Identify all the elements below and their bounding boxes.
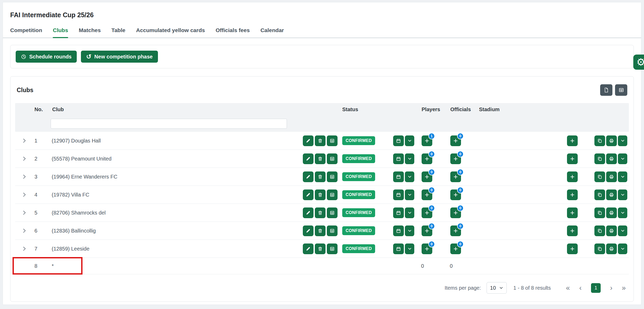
pagination-last-icon[interactable]: »: [622, 284, 626, 292]
copy-club-button[interactable]: [594, 153, 605, 164]
copy-club-button[interactable]: [594, 207, 605, 218]
expand-row-button[interactable]: [21, 209, 28, 216]
plus-icon: [453, 210, 458, 215]
table-row: 7 (12859) Leeside: [15, 240, 629, 258]
edit-club-button[interactable]: [303, 135, 314, 146]
copy-club-button[interactable]: [594, 135, 605, 146]
copy-club-button[interactable]: [594, 225, 605, 236]
add-stadium-button[interactable]: [567, 225, 578, 236]
status-dropdown-button[interactable]: [405, 171, 414, 182]
club-table-button[interactable]: [327, 189, 338, 200]
clubs-card-title: Clubs: [17, 87, 33, 94]
schedule-club-button[interactable]: [393, 243, 404, 254]
schedule-club-button[interactable]: [393, 225, 404, 236]
expand-row-button[interactable]: [21, 173, 28, 180]
club-filter-input[interactable]: [51, 119, 287, 129]
schedule-club-button[interactable]: [393, 171, 404, 182]
delete-club-button[interactable]: [315, 225, 326, 236]
expand-row-button[interactable]: [21, 155, 28, 162]
edit-club-button[interactable]: [303, 189, 314, 200]
chevron-right-icon: [22, 228, 27, 233]
schedule-club-button[interactable]: [393, 207, 404, 218]
delete-club-button[interactable]: [315, 153, 326, 164]
add-stadium-button[interactable]: [567, 153, 578, 164]
pagination-first-icon[interactable]: «: [566, 284, 570, 292]
club-table-button[interactable]: [327, 135, 338, 146]
calendar-icon: [396, 210, 401, 215]
status-dropdown-button[interactable]: [405, 243, 414, 254]
expand-row-button[interactable]: [21, 137, 28, 144]
print-club-button[interactable]: [606, 135, 617, 146]
items-per-page-select[interactable]: 10: [487, 282, 506, 294]
expand-row-button[interactable]: [21, 227, 28, 234]
pagination-page-1[interactable]: 1: [591, 283, 601, 293]
pagination-prev-icon[interactable]: ‹: [579, 284, 582, 292]
club-table-button[interactable]: [327, 171, 338, 182]
status-dropdown-button[interactable]: [405, 153, 414, 164]
tab-accumulated-yellow-cards[interactable]: Accumulated yellow cards: [136, 27, 205, 38]
add-stadium-button[interactable]: [567, 243, 578, 254]
copy-club-button[interactable]: [594, 171, 605, 182]
officials-count-badge: 0: [457, 169, 464, 175]
club-table-button[interactable]: [327, 243, 338, 254]
status-dropdown-button[interactable]: [405, 207, 414, 218]
table-row: 5 (82706) Shamrocks del: [15, 204, 629, 222]
edit-club-button[interactable]: [303, 153, 314, 164]
print-dropdown-button[interactable]: [618, 225, 627, 236]
file-export-button[interactable]: [600, 84, 612, 96]
print-club-button[interactable]: [606, 153, 617, 164]
expand-row-button[interactable]: [21, 245, 28, 252]
schedule-club-button[interactable]: [393, 189, 404, 200]
settings-fab-button[interactable]: ⚙: [633, 55, 644, 70]
copy-club-button[interactable]: [594, 243, 605, 254]
delete-club-button[interactable]: [315, 189, 326, 200]
status-dropdown-button[interactable]: [405, 189, 414, 200]
club-table-button[interactable]: [327, 153, 338, 164]
copy-club-button[interactable]: [594, 189, 605, 200]
add-stadium-button[interactable]: [567, 171, 578, 182]
print-dropdown-button[interactable]: [618, 153, 627, 164]
print-dropdown-button[interactable]: [618, 243, 627, 254]
delete-club-button[interactable]: [315, 243, 326, 254]
add-stadium-button[interactable]: [567, 189, 578, 200]
print-dropdown-button[interactable]: [618, 135, 627, 146]
status-dropdown-button[interactable]: [405, 135, 414, 146]
schedule-club-button[interactable]: [393, 153, 404, 164]
print-dropdown-button[interactable]: [618, 207, 627, 218]
club-table-button[interactable]: [327, 207, 338, 218]
delete-club-button[interactable]: [315, 135, 326, 146]
print-club-button[interactable]: [606, 225, 617, 236]
add-stadium-button[interactable]: [567, 135, 578, 146]
print-dropdown-button[interactable]: [618, 171, 627, 182]
new-competition-phase-button[interactable]: ↺ New competition phase: [81, 51, 158, 63]
print-club-button[interactable]: [606, 189, 617, 200]
table-export-button[interactable]: [615, 84, 627, 96]
row-number: 5: [33, 210, 37, 216]
schedule-rounds-button[interactable]: Schedule rounds: [16, 51, 77, 63]
print-dropdown-button[interactable]: [618, 189, 627, 200]
tab-matches[interactable]: Matches: [79, 27, 101, 38]
club-table-button[interactable]: [327, 225, 338, 236]
delete-club-button[interactable]: [315, 207, 326, 218]
print-club-button[interactable]: [606, 207, 617, 218]
edit-club-button[interactable]: [303, 243, 314, 254]
edit-club-button[interactable]: [303, 225, 314, 236]
edit-club-button[interactable]: [303, 207, 314, 218]
row-number: 1: [33, 138, 37, 144]
print-club-button[interactable]: [606, 171, 617, 182]
pagination-next-icon[interactable]: ›: [610, 284, 612, 292]
row-number: 7: [33, 246, 37, 252]
edit-club-button[interactable]: [303, 171, 314, 182]
tab-officials-fees[interactable]: Officials fees: [216, 27, 250, 38]
expand-row-button[interactable]: [21, 191, 28, 198]
tab-calendar[interactable]: Calendar: [261, 27, 284, 38]
delete-club-button[interactable]: [315, 171, 326, 182]
status-dropdown-button[interactable]: [405, 225, 414, 236]
add-stadium-button[interactable]: [567, 207, 578, 218]
tab-table[interactable]: Table: [111, 27, 125, 38]
schedule-club-button[interactable]: [393, 135, 404, 146]
tab-clubs[interactable]: Clubs: [53, 27, 68, 38]
club-name: (12836) Ballincollig: [50, 228, 96, 234]
print-club-button[interactable]: [606, 243, 617, 254]
tab-competition[interactable]: Competition: [10, 27, 42, 38]
